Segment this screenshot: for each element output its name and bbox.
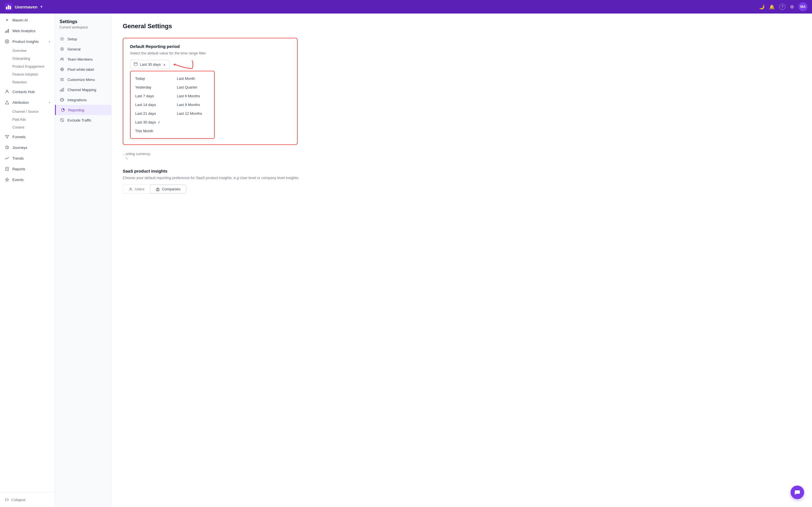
sidebar-label-reports: Reports [12,167,50,171]
svg-point-18 [61,48,64,51]
moon-icon[interactable]: 🌙 [759,4,765,10]
collapse-button[interactable]: Collapse [0,495,55,505]
sidebar-sub-product-engagement[interactable]: Product Engagement [0,63,55,70]
chat-support-button[interactable] [791,486,804,499]
sidebar-item-funnels[interactable]: Funnels [0,131,55,142]
settings-item-customize-menu[interactable]: Customize Menu [55,74,111,84]
main-content: General Settings Default Reporting perio… [111,13,812,507]
integrations-icon [59,97,65,102]
maven-ai-icon: ✦ [4,17,10,22]
sidebar-sub-retention[interactable]: Retention [0,78,55,86]
contacts-hub-icon [4,89,10,94]
svg-rect-39 [157,188,158,189]
sidebar-item-events[interactable]: Events [0,174,55,185]
dropdown-item-last-quarter[interactable]: Last Quarter [172,83,214,92]
nav-bottom: Collapse [0,492,55,507]
dropdown-item-this-month[interactable]: This Month [130,127,172,135]
sidebar-sub-paid-ads[interactable]: Paid Ads [0,116,55,123]
page-title: General Settings [123,22,801,30]
sidebar-sub-channel-source[interactable]: Channel / Source [0,108,55,116]
brand-name[interactable]: Usermaven [15,4,38,9]
dropdown-item-last14[interactable]: Last 14 days [130,100,172,109]
dropdown-item-last12months[interactable]: Last 12 Months [172,109,214,118]
dropdown-item-yesterday[interactable]: Yesterday [130,83,172,92]
journeys-icon [4,145,10,150]
settings-label-customize-menu: Customize Menu [67,77,95,82]
dropdown-item-last6months[interactable]: Last 6 Months [172,92,214,100]
red-arrow [172,59,195,70]
dropdown-item-today[interactable]: Today [130,74,172,83]
settings-item-team-members[interactable]: Team Members [55,54,111,64]
dropdown-item-last9months[interactable]: Last 9 Months [172,100,214,109]
reporting-period-card: Default Reporting period Select the defa… [123,38,297,145]
settings-item-exclude-traffic[interactable]: Exclude Traffic [55,115,111,125]
settings-item-integrations[interactable]: Integrations [55,95,111,105]
sidebar-sub-onboarding[interactable]: Onboarding [0,55,55,63]
sidebar-item-trends[interactable]: Trends [0,153,55,164]
svg-rect-6 [8,29,9,33]
sidebar-item-product-insights[interactable]: Product Insights ▾ [0,36,55,47]
sidebar-label-attribution: Attribution [12,100,46,105]
toggle-companies[interactable]: Companies [150,185,186,193]
svg-rect-32 [134,63,138,66]
user-avatar[interactable]: MA [799,2,808,11]
help-icon[interactable]: ? [779,4,786,10]
calendar-icon [134,62,138,67]
dropdown-right-column: Last Month Last Quarter Last 6 Months La… [172,73,214,136]
sidebar-item-journeys[interactable]: Journeys [0,142,55,153]
sidebar-sub-feature-adoption[interactable]: Feature Adoption [0,70,55,78]
pixel-whitelabel-icon [59,67,65,72]
sidebar-item-maven-ai[interactable]: ✦ Maven AI [0,15,55,25]
reporting-period-desc: Select the default value for the time ra… [130,51,290,55]
dropdown-item-last7[interactable]: Last 7 days [130,92,172,100]
settings-item-channel-mapping[interactable]: Channel Mapping [55,84,111,95]
building-icon [156,187,160,191]
settings-item-pixel-whitelabel[interactable]: Pixel white-label [55,64,111,74]
settings-label-pixel-whitelabel: Pixel white-label [67,67,94,72]
notification-icon[interactable]: 🔔 [769,4,775,10]
settings-item-reporting[interactable]: Reporting [55,105,111,115]
web-analytics-icon [4,28,10,33]
dropdown-item-last-month[interactable]: Last Month [172,74,214,83]
toggle-users-label: Users [135,187,145,191]
settings-label-team-members: Team Members [67,57,93,61]
dropdown-wrapper: Last 30 days ▲ [130,60,170,69]
sidebar-sub-content[interactable]: Content [0,123,55,131]
dropdown-item-last30[interactable]: Last 30 days ✓ [130,118,172,127]
svg-point-21 [63,58,63,59]
svg-point-19 [61,49,63,50]
sidebar-label-product-insights: Product Insights [12,40,46,44]
channel-mapping-icon [59,87,65,92]
settings-item-general[interactable]: General [55,44,111,54]
dropdown-item-last21[interactable]: Last 21 days [130,109,172,118]
saas-toggle-group: Users Companies [123,184,186,194]
sidebar-item-web-analytics[interactable]: Web Analytics [0,25,55,36]
nav-section-main: ✦ Maven AI Web Analytics Product Insight… [0,15,55,185]
toggle-companies-label: Companies [162,187,180,191]
saas-insights-section: SaaS product insights Choose your defaul… [123,169,315,194]
customize-menu-icon [59,77,65,82]
sidebar-item-contacts-hub[interactable]: Contacts Hub [0,86,55,97]
svg-marker-16 [5,178,9,181]
product-insights-icon [4,39,10,44]
settings-sidebar: Settings Current workspace Setup General… [55,13,111,507]
settings-item-setup[interactable]: Setup [55,34,111,44]
sidebar-label-funnels: Funnels [12,135,50,139]
reporting-icon [60,107,65,113]
svg-rect-5 [6,30,7,33]
settings-label-exclude-traffic: Exclude Traffic [67,118,92,122]
collapse-label: Collapse [11,498,26,502]
settings-label-setup: Setup [67,37,77,41]
sidebar-sub-overview[interactable]: Overview [0,47,55,55]
sidebar-item-attribution[interactable]: Attribution ▾ [0,97,55,108]
svg-point-8 [6,41,8,42]
brand-chevron[interactable]: ▼ [40,5,43,9]
reporting-period-dropdown[interactable]: Last 30 days ▲ [130,60,170,69]
toggle-users[interactable]: Users [123,185,150,193]
funnels-icon [4,134,10,139]
topbar-right: 🌙 🔔 ? ⚙ MA [759,2,808,11]
general-icon [59,47,65,52]
settings-icon[interactable]: ⚙ [790,4,794,10]
sidebar-item-reports[interactable]: Reports [0,164,55,174]
svg-rect-38 [156,189,159,191]
